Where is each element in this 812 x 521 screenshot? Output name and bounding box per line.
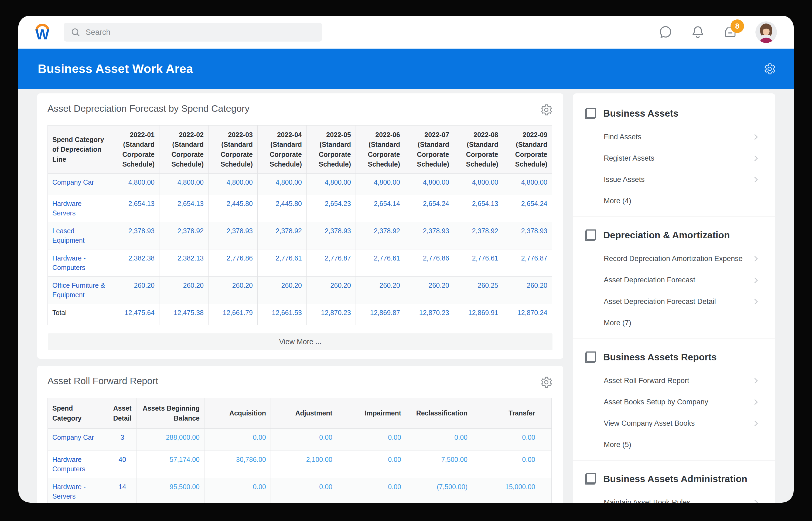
rollforward-value[interactable]: 30,786.00 [205, 451, 271, 478]
sidebar-item[interactable]: Find Assets [585, 126, 763, 148]
forecast-total-value[interactable]: 12,475.38 [160, 304, 209, 325]
forecast-value[interactable]: 2,654.23 [307, 195, 356, 222]
view-more-link[interactable]: View More ... [48, 333, 552, 350]
rollforward-value[interactable]: 0.00 [205, 478, 271, 503]
rollforward-value[interactable]: 0.00 [337, 478, 406, 503]
forecast-value[interactable]: 260.20 [258, 277, 307, 304]
forecast-value[interactable]: 4,800.00 [405, 174, 454, 195]
sidebar-item[interactable]: More (7) [585, 312, 763, 334]
rollforward-value[interactable]: (7,500.00) [406, 478, 472, 503]
spend-category-link[interactable]: Leased Equipment [48, 222, 110, 249]
forecast-value[interactable]: 2,654.14 [356, 195, 405, 222]
spend-category-link[interactable]: Hardware - Computers [48, 249, 110, 277]
rollforward-value[interactable]: 0.00 [271, 429, 337, 451]
forecast-total-value[interactable]: 12,661.53 [258, 304, 307, 325]
rollforward-value[interactable]: 7,500.00 [406, 451, 472, 478]
forecast-value[interactable]: 2,776.87 [307, 249, 356, 277]
forecast-value[interactable]: 4,800.00 [209, 174, 258, 195]
rollforward-value[interactable]: 57,174.00 [137, 451, 205, 478]
rollforward-value[interactable]: 0.00 [205, 429, 271, 451]
forecast-value[interactable]: 2,378.92 [356, 222, 405, 249]
rollforward-settings-button[interactable] [540, 376, 553, 389]
forecast-value[interactable]: 260.20 [356, 277, 405, 304]
forecast-total-value[interactable]: 12,870.23 [405, 304, 454, 325]
forecast-value[interactable]: 4,800.00 [503, 174, 552, 195]
forecast-value[interactable]: 2,378.92 [258, 222, 307, 249]
forecast-total-value[interactable]: 12,870.24 [503, 304, 552, 325]
rollforward-value[interactable]: 0.00 [472, 429, 540, 451]
spend-category-link[interactable]: Hardware - Servers [48, 478, 108, 503]
rollforward-value[interactable]: 15,000.00 [472, 478, 540, 503]
forecast-value[interactable]: 4,800.00 [454, 174, 503, 195]
spend-category-link[interactable]: Hardware - Servers [48, 195, 110, 222]
forecast-value[interactable]: 2,776.61 [356, 249, 405, 277]
asset-detail-link[interactable]: 40 [108, 451, 137, 478]
sidebar-item[interactable]: Asset Depreciation Forecast [585, 269, 763, 291]
page-settings-button[interactable] [763, 62, 777, 75]
forecast-value[interactable]: 260.25 [454, 277, 503, 304]
forecast-value[interactable]: 260.20 [209, 277, 258, 304]
rollforward-value[interactable]: 288,000.00 [137, 429, 205, 451]
forecast-value[interactable]: 2,654.13 [160, 195, 209, 222]
spend-category-link[interactable]: Hardware - Computers [48, 451, 108, 478]
forecast-value[interactable]: 2,654.24 [405, 195, 454, 222]
rollforward-value[interactable]: 2,100.00 [271, 451, 337, 478]
rollforward-value[interactable]: 0.00 [472, 451, 540, 478]
forecast-value[interactable]: 4,800.00 [110, 174, 160, 195]
sidebar-item[interactable]: More (4) [585, 190, 763, 212]
rollforward-value[interactable]: 95,500.00 [137, 478, 205, 503]
spend-category-link[interactable]: Office Furniture & Equipment [48, 277, 110, 304]
forecast-value[interactable]: 2,382.13 [160, 249, 209, 277]
forecast-value[interactable]: 2,445.80 [209, 195, 258, 222]
forecast-value[interactable]: 2,654.13 [110, 195, 160, 222]
rollforward-value[interactable]: 0.00 [271, 478, 337, 503]
sidebar-item[interactable]: More (5) [585, 434, 763, 455]
sidebar-item[interactable]: View Company Asset Books [585, 413, 763, 434]
forecast-value[interactable]: 2,378.93 [405, 222, 454, 249]
forecast-value[interactable]: 4,800.00 [307, 174, 356, 195]
chat-button[interactable] [658, 25, 673, 39]
rollforward-value[interactable]: 0.00 [337, 451, 406, 478]
forecast-total-value[interactable]: 12,870.23 [307, 304, 356, 325]
forecast-value[interactable]: 2,378.93 [503, 222, 552, 249]
sidebar-item[interactable]: Maintain Asset Book Rules [585, 492, 763, 503]
forecast-value[interactable]: 2,776.87 [503, 249, 552, 277]
forecast-value[interactable]: 2,776.86 [405, 249, 454, 277]
forecast-value[interactable]: 4,800.00 [160, 174, 209, 195]
forecast-value[interactable]: 4,800.00 [356, 174, 405, 195]
sidebar-item[interactable]: Asset Books Setup by Company [585, 391, 763, 413]
forecast-value[interactable]: 2,382.38 [110, 249, 160, 277]
forecast-settings-button[interactable] [540, 103, 553, 117]
forecast-value[interactable]: 2,378.93 [209, 222, 258, 249]
forecast-value[interactable]: 260.20 [110, 277, 160, 304]
avatar[interactable] [755, 21, 777, 43]
forecast-value[interactable]: 2,776.61 [258, 249, 307, 277]
sidebar-item[interactable]: Asset Depreciation Forecast Detail [585, 291, 763, 312]
asset-detail-link[interactable]: 3 [108, 429, 137, 451]
forecast-total-value[interactable]: 12,869.87 [356, 304, 405, 325]
forecast-value[interactable]: 260.20 [307, 277, 356, 304]
forecast-value[interactable]: 2,445.80 [258, 195, 307, 222]
sidebar-item[interactable]: Asset Roll Forward Report [585, 370, 763, 391]
spend-category-link[interactable]: Company Car [48, 429, 108, 451]
forecast-value[interactable]: 2,378.92 [160, 222, 209, 249]
sidebar-item[interactable]: Register Assets [585, 148, 763, 169]
asset-detail-link[interactable]: 14 [108, 478, 137, 503]
sidebar-item[interactable]: Record Depreciation Amortization Expense [585, 248, 763, 269]
sidebar-item[interactable]: Issue Assets [585, 169, 763, 190]
forecast-total-value[interactable]: 12,475.64 [110, 304, 160, 325]
forecast-value[interactable]: 2,654.24 [503, 195, 552, 222]
forecast-value[interactable]: 2,378.93 [307, 222, 356, 249]
inbox-button[interactable]: 8 [723, 25, 738, 39]
forecast-value[interactable]: 2,776.61 [454, 249, 503, 277]
forecast-value[interactable]: 4,800.00 [258, 174, 307, 195]
rollforward-value[interactable]: 0.00 [406, 429, 472, 451]
search-bar[interactable] [64, 23, 322, 42]
forecast-total-value[interactable]: 12,661.79 [209, 304, 258, 325]
forecast-value[interactable]: 2,776.86 [209, 249, 258, 277]
forecast-value[interactable]: 260.20 [405, 277, 454, 304]
spend-category-link[interactable]: Company Car [48, 174, 110, 195]
search-input[interactable] [85, 27, 316, 37]
forecast-value[interactable]: 2,378.92 [454, 222, 503, 249]
forecast-value[interactable]: 260.20 [160, 277, 209, 304]
